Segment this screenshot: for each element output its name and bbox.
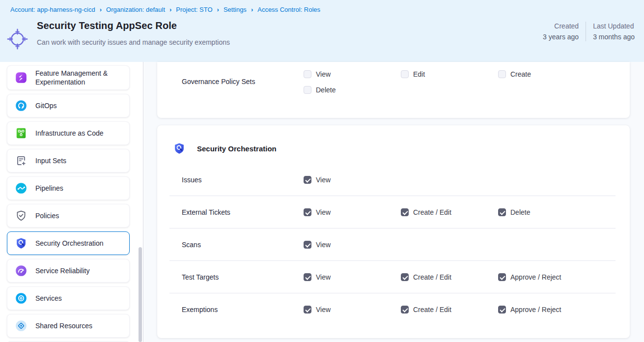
permission-row-external-tickets: External TicketsViewCreate / EditDelete [157, 196, 630, 228]
permission-row-options: ViewCreate / EditDelete [304, 204, 630, 220]
permission-row-options: ViewCreate / EditApprove / Reject [304, 302, 630, 317]
checked-checkbox[interactable] [498, 306, 506, 314]
governance-permissions: ViewEditCreateDelete [304, 62, 630, 98]
permission-option: View [304, 302, 401, 317]
unchecked-checkbox[interactable] [304, 70, 311, 78]
checkbox-label: View [316, 306, 331, 314]
sidebar-item-label: Services [35, 294, 62, 303]
created-value: 3 years ago [543, 31, 579, 42]
sidebar-item-gitops[interactable]: GitOps [7, 94, 130, 117]
policies-icon [15, 209, 28, 222]
checkbox-label: View [316, 273, 331, 281]
permission-option: View [304, 172, 401, 188]
permissions-main: Governance Policy Sets ViewEditCreateDel… [144, 62, 644, 342]
sidebar-scrollbar-thumb[interactable] [139, 247, 142, 342]
sidebar-item-label: Feature Management & Experimentation [35, 69, 123, 86]
sidebar-item-service-reliability[interactable]: Service Reliability [7, 259, 130, 283]
security-orchestration-rows: IssuesViewExternal TicketsViewCreate / E… [157, 164, 630, 325]
sidebar-item-label: Pipelines [35, 184, 63, 193]
checked-checkbox[interactable] [401, 306, 409, 314]
permission-option: Edit [401, 66, 498, 82]
permission-option: Approve / Reject [498, 269, 595, 285]
checked-checkbox[interactable] [304, 306, 311, 314]
breadcrumb: Account: app-harness-ng-cicd › Organizat… [10, 6, 320, 13]
chevron-right-icon: › [169, 6, 171, 13]
sidebar-item-security-orchestration[interactable]: Security Orchestration [7, 231, 130, 255]
sidebar-item-label: Input Sets [35, 156, 66, 165]
permission-row-scans: ScansView [157, 228, 630, 260]
checked-checkbox[interactable] [401, 273, 409, 281]
sidebar-item-infrastructure-as-code[interactable]: Infrastructure as Code [7, 121, 130, 145]
checkbox-label: View [316, 208, 331, 216]
chevron-right-icon: › [217, 6, 219, 13]
page-header: Account: app-harness-ng-cicd › Organizat… [0, 0, 644, 62]
permission-option: View [304, 237, 401, 253]
checked-checkbox[interactable] [304, 176, 311, 184]
permission-option: Approve / Reject [498, 302, 595, 317]
unchecked-checkbox[interactable] [304, 86, 311, 94]
sidebar-item-policies[interactable]: Policies [7, 204, 130, 228]
permission-option: Create / Edit [401, 204, 498, 220]
pipelines-icon [15, 182, 28, 195]
checked-checkbox[interactable] [498, 273, 506, 281]
last-updated-value: 3 months ago [593, 31, 635, 42]
security-orchestration-card: Security Orchestration IssuesViewExterna… [157, 125, 630, 338]
sidebar-item-label: Security Orchestration [35, 239, 104, 248]
checkbox-label: Create / Edit [413, 306, 451, 314]
shared-resources-icon [15, 319, 28, 332]
checked-checkbox[interactable] [304, 208, 311, 216]
checkbox-label: Create / Edit [413, 208, 451, 216]
breadcrumb-project[interactable]: Project: STO [176, 6, 212, 13]
sidebar-item-shared-resources[interactable]: Shared Resources [7, 314, 130, 338]
permission-row-test-targets: Test TargetsViewCreate / EditApprove / R… [157, 261, 630, 293]
checkbox-label: Delete [316, 86, 336, 94]
checkbox-label: Approve / Reject [510, 306, 561, 314]
permission-row-label: External Tickets [157, 208, 304, 216]
sidebar-item-label: Shared Resources [35, 321, 92, 330]
chevron-right-icon: › [251, 6, 253, 13]
services-icon [15, 292, 28, 305]
last-updated-label: Last Updated [593, 21, 635, 31]
checked-checkbox[interactable] [401, 208, 409, 216]
governance-row-label: Governance Policy Sets [157, 62, 304, 98]
unchecked-checkbox[interactable] [498, 70, 506, 78]
permission-row-label: Exemptions [157, 306, 304, 314]
role-description: Can work with security issues and manage… [37, 38, 232, 47]
checkbox-label: Create / Edit [413, 273, 451, 281]
permission-row-label: Scans [157, 241, 304, 249]
sidebar-item-label: Infrastructure as Code [35, 129, 104, 138]
role-meta: Created 3 years ago Last Updated 3 month… [543, 21, 635, 42]
infrastructure-as-code-icon [15, 127, 28, 140]
crosshair-role-icon [6, 28, 28, 50]
breadcrumb-account[interactable]: Account: app-harness-ng-cicd [10, 6, 95, 13]
service-reliability-icon [15, 264, 28, 277]
breadcrumb-organization[interactable]: Organization: default [106, 6, 165, 13]
security-orchestration-icon [173, 142, 186, 155]
sidebar-item-feature-management-experimentation[interactable]: Feature Management & Experimentation [7, 65, 130, 90]
sidebar-item-input-sets[interactable]: Input Sets [7, 149, 130, 172]
governance-policy-sets-card: Governance Policy Sets ViewEditCreateDel… [157, 62, 630, 118]
checkbox-label: Approve / Reject [510, 273, 561, 281]
permission-option: Create / Edit [401, 269, 498, 285]
page-title: Security Testing AppSec Role [37, 20, 177, 31]
checked-checkbox[interactable] [498, 208, 506, 216]
checkbox-label: View [316, 70, 331, 78]
unchecked-checkbox[interactable] [401, 70, 409, 78]
permission-option: View [304, 204, 401, 220]
checkbox-label: Create [510, 70, 531, 78]
breadcrumb-access-control-roles[interactable]: Access Control: Roles [257, 6, 320, 13]
permission-row-exemptions: ExemptionsViewCreate / EditApprove / Rej… [157, 293, 630, 325]
breadcrumb-settings[interactable]: Settings [224, 6, 247, 13]
checkbox-label: View [316, 241, 331, 249]
sidebar-item-services[interactable]: Services [7, 286, 130, 310]
permission-option: View [304, 269, 401, 285]
checked-checkbox[interactable] [304, 241, 311, 249]
resource-sidebar: Feature Management & ExperimentationGitO… [0, 62, 143, 342]
permission-row-options: View [304, 172, 630, 188]
permission-row-label: Issues [157, 176, 304, 184]
permission-row-options: View [304, 237, 630, 253]
permission-option: View [304, 66, 401, 82]
gitops-icon [15, 99, 28, 112]
sidebar-item-pipelines[interactable]: Pipelines [7, 176, 130, 200]
checked-checkbox[interactable] [304, 273, 311, 281]
